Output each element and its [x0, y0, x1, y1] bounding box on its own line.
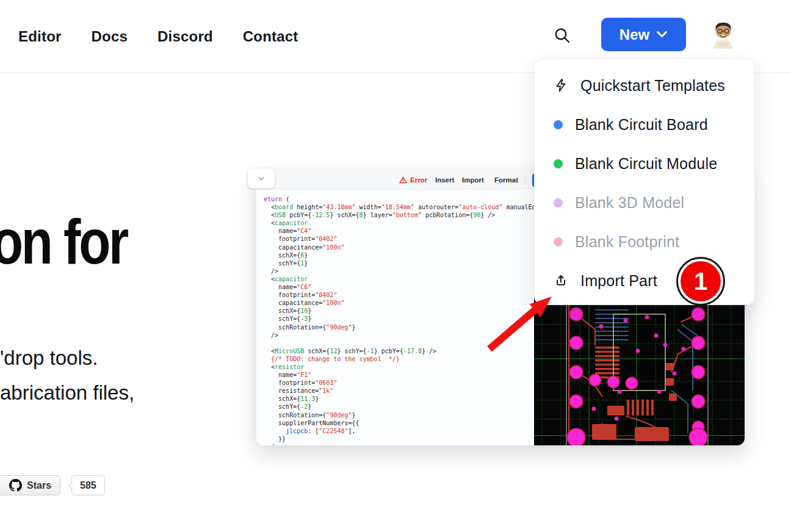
menu-item-blank-3d-model[interactable]: Blank 3D Model: [535, 183, 754, 222]
error-label: Error: [410, 176, 427, 184]
annotation-step-badge: 1: [676, 257, 725, 306]
code-content: eturn ( <board height="43.18mm" width="1…: [264, 195, 534, 445]
toolbar-divider: [525, 175, 526, 185]
menu-item-label: Import Part: [580, 272, 657, 290]
github-icon: [9, 479, 22, 492]
nav-link-contact[interactable]: Contact: [243, 28, 298, 45]
menu-item-label: Blank Circuit Module: [575, 155, 717, 173]
avatar-photo: [709, 18, 738, 49]
purple-dot-icon: [554, 198, 563, 207]
menu-item-label: Blank Circuit Board: [575, 116, 708, 134]
upload-icon: [554, 273, 568, 288]
menu-item-label: Blank Footprint: [575, 233, 679, 251]
main-nav: Editor Docs Discord Contact: [18, 0, 298, 73]
menu-item-quickstart-templates[interactable]: Quickstart Templates: [535, 66, 754, 105]
toolbar-format-button[interactable]: Format: [494, 176, 518, 184]
menu-item-label: Blank 3D Model: [575, 194, 684, 212]
tiny-chevron-icon: [258, 176, 264, 181]
nav-link-docs[interactable]: Docs: [92, 28, 128, 45]
new-button-label: New: [619, 26, 649, 43]
toolbar-insert-button[interactable]: Insert: [435, 176, 454, 184]
search-button[interactable]: [551, 24, 573, 46]
hero-heading-fragment: on for: [0, 210, 127, 273]
nav-link-editor[interactable]: Editor: [18, 28, 62, 45]
github-star-count[interactable]: 585: [71, 475, 105, 495]
hero-paragraph: 'drop tools. abrication files,: [0, 340, 134, 410]
chevron-down-icon: [656, 31, 668, 38]
search-icon: [553, 26, 571, 45]
user-avatar[interactable]: [709, 18, 738, 49]
bolt-icon: [554, 78, 568, 93]
toolbar-import-button[interactable]: Import: [462, 176, 484, 184]
warning-icon: [399, 176, 407, 184]
new-button[interactable]: New: [601, 18, 686, 51]
stars-label: Stars: [27, 480, 51, 491]
menu-item-label: Quickstart Templates: [580, 77, 725, 95]
hero-paragraph-line-1: 'drop tools.: [0, 340, 134, 375]
green-dot-icon: [554, 159, 563, 168]
pink-dot-icon: [554, 237, 563, 246]
github-stars-button[interactable]: Stars: [0, 475, 60, 495]
menu-item-blank-circuit-module[interactable]: Blank Circuit Module: [535, 144, 754, 183]
error-indicator[interactable]: Error: [399, 176, 427, 184]
annotation-step-number: 1: [681, 261, 721, 301]
new-dropdown-menu: Quickstart Templates Blank Circuit Board…: [534, 59, 755, 305]
blue-dot-icon: [554, 120, 563, 129]
menu-item-blank-footprint[interactable]: Blank Footprint: [535, 222, 754, 261]
code-editor-pane[interactable]: eturn ( <board height="43.18mm" width="1…: [256, 189, 534, 445]
editor-corner-tab[interactable]: [248, 168, 275, 189]
hero-paragraph-line-2: abrication files,: [0, 375, 134, 410]
menu-item-blank-circuit-board[interactable]: Blank Circuit Board: [535, 105, 754, 144]
nav-link-discord[interactable]: Discord: [157, 28, 213, 45]
